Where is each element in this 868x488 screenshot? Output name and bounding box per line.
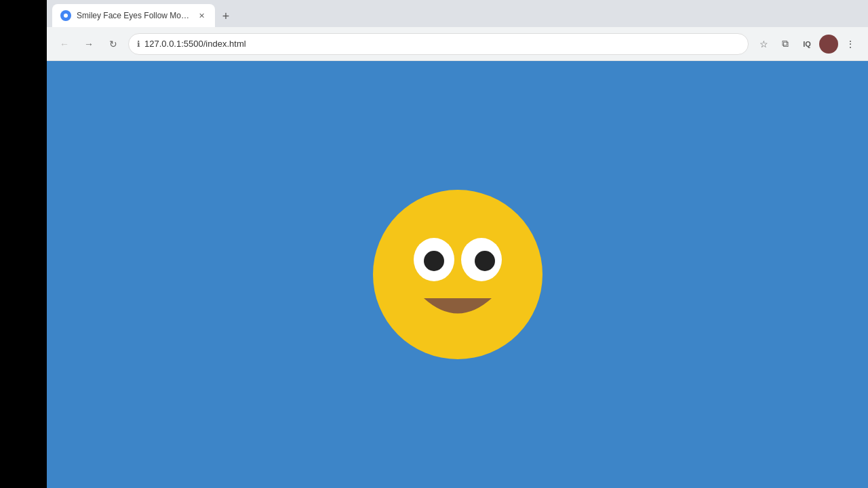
url-info-icon: ℹ <box>137 39 140 49</box>
forward-button[interactable]: → <box>79 35 98 54</box>
browser-window: Smiley Face Eyes Follow Mouse ✕ + ← → ↻ … <box>47 0 868 488</box>
smiley-face <box>370 186 546 363</box>
face-circle <box>373 190 542 359</box>
tab-bar: Smiley Face Eyes Follow Mouse ✕ + <box>47 0 868 27</box>
extensions-button[interactable]: ⧉ <box>776 35 795 54</box>
reload-button[interactable]: ↻ <box>104 35 123 54</box>
back-button[interactable]: ← <box>55 35 74 54</box>
address-bar: ← → ↻ ℹ 127.0.0.1:5500/index.html ☆ ⧉ IQ… <box>47 27 868 61</box>
right-pupil <box>475 251 495 271</box>
url-bar[interactable]: ℹ 127.0.0.1:5500/index.html <box>128 33 749 55</box>
new-tab-button[interactable]: + <box>216 7 235 26</box>
left-pupil <box>424 251 444 271</box>
active-tab[interactable]: Smiley Face Eyes Follow Mouse ✕ <box>52 4 215 27</box>
tab-favicon <box>60 10 71 21</box>
url-text: 127.0.0.1:5500/index.html <box>144 39 740 49</box>
menu-button[interactable]: ⋮ <box>841 35 860 54</box>
tab-close-button[interactable]: ✕ <box>196 10 207 21</box>
iq-button[interactable]: IQ <box>797 35 816 54</box>
tab-title: Smiley Face Eyes Follow Mouse <box>77 11 191 20</box>
bookmark-button[interactable]: ☆ <box>754 35 773 54</box>
smiley-svg <box>370 186 546 363</box>
page-content <box>47 61 868 488</box>
profile-avatar[interactable] <box>819 35 838 54</box>
toolbar-right: ☆ ⧉ IQ ⋮ <box>754 35 860 54</box>
svg-point-1 <box>64 14 68 18</box>
